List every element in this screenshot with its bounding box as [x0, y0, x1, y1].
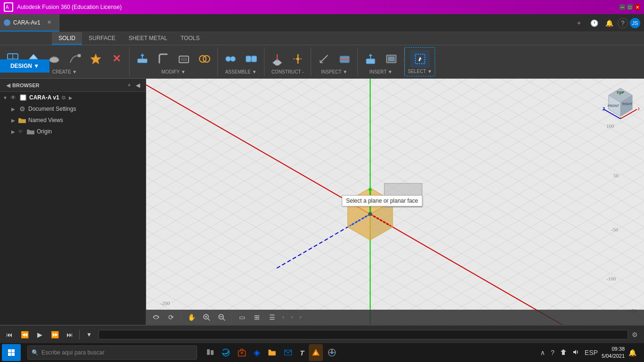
- search-bar[interactable]: 🔍 Escribe aquí para buscar: [23, 344, 202, 361]
- settings-gear-icon[interactable]: ⚙: [61, 95, 68, 101]
- ribbon-tab-surface[interactable]: SURFACE: [82, 32, 122, 45]
- insert-derive-button[interactable]: [361, 50, 380, 68]
- timeline-filter-button[interactable]: ▼: [83, 329, 95, 340]
- tab-notification-button[interactable]: 🔔: [603, 16, 616, 30]
- file-explorer-button[interactable]: [265, 344, 279, 361]
- grid-button[interactable]: ⊞: [251, 311, 263, 323]
- modify-shell-button[interactable]: [174, 50, 194, 68]
- assemble-buttons: [221, 48, 261, 69]
- timeline-play-button[interactable]: ▶: [34, 329, 45, 340]
- dropbox-button[interactable]: ◈: [251, 344, 263, 361]
- construct-plane-button[interactable]: [267, 50, 287, 68]
- doc-settings-label: Document Settings: [28, 106, 76, 112]
- user-avatar-button[interactable]: JS: [630, 18, 640, 28]
- construct-axis-button[interactable]: [288, 50, 308, 68]
- minimize-button[interactable]: ─: [619, 4, 625, 10]
- tab-close-button[interactable]: ✕: [47, 19, 51, 25]
- timeline-settings-button[interactable]: ⚙: [632, 331, 640, 338]
- tree-origin-item[interactable]: ▶ 👁 Origin: [0, 126, 146, 137]
- select-tool-button[interactable]: [410, 50, 430, 68]
- browser-title: BROWSER: [12, 82, 125, 88]
- network-icon[interactable]: [558, 349, 569, 357]
- edge-browser-button[interactable]: [219, 344, 233, 361]
- browser-add-button[interactable]: ＋: [125, 81, 133, 90]
- modify-combine-button[interactable]: [195, 50, 215, 68]
- modify-fillet-button[interactable]: [153, 50, 173, 68]
- start-button[interactable]: [2, 344, 21, 361]
- construct-group-label[interactable]: CONSTRUCT -: [272, 69, 304, 75]
- inspect-section-button[interactable]: [335, 50, 355, 68]
- display-mode-button[interactable]: ▭: [236, 311, 248, 323]
- tree-doc-settings-item[interactable]: ▶ ⚙ Document Settings: [0, 103, 146, 115]
- notification-center-icon[interactable]: 🔔: [627, 349, 638, 356]
- play-icon[interactable]: ▶: [69, 95, 75, 100]
- tabs-row: CARA-Av1 ✕ ＋ 🕐 🔔 ? JS: [0, 14, 644, 32]
- chrome-button[interactable]: [325, 344, 339, 361]
- browser-back-button[interactable]: ◀: [4, 81, 12, 90]
- taskbar: 🔍 Escribe aquí para buscar ◈ T F ∧ ? ESP: [0, 343, 644, 362]
- timeline-next-end-button[interactable]: ⏭: [64, 329, 75, 340]
- close-button[interactable]: ✕: [635, 4, 640, 10]
- tablet-button[interactable]: T: [297, 344, 307, 361]
- inspect-measure-button[interactable]: [314, 50, 334, 68]
- ribbon-group-modify: MODIFY ▼: [130, 47, 218, 76]
- new-tab-button[interactable]: ＋: [572, 16, 586, 30]
- expand-root-arrow: ▼: [3, 95, 9, 100]
- viewport-canvas[interactable]: [146, 79, 644, 325]
- search-input[interactable]: 🔍 Escribe aquí para buscar: [27, 346, 197, 360]
- assemble-rigidgroup-button[interactable]: [241, 50, 261, 68]
- inspect-group-label[interactable]: INSPECT ▼: [321, 69, 347, 75]
- timeline-track[interactable]: [99, 330, 628, 339]
- tab-help-button[interactable]: ?: [618, 18, 628, 28]
- select-group-label[interactable]: SELECT ▼: [408, 69, 432, 75]
- orbit-button[interactable]: [150, 311, 162, 323]
- mail-button[interactable]: [281, 344, 295, 361]
- insert-canvas-button[interactable]: [381, 50, 401, 68]
- tab-clock-button[interactable]: 🕐: [587, 16, 601, 30]
- view-options-button[interactable]: ☰: [266, 311, 278, 323]
- timeline-prev-start-button[interactable]: ⏮: [4, 329, 15, 340]
- svg-point-17: [226, 57, 231, 61]
- show-hidden-icons-button[interactable]: ∧: [538, 349, 547, 356]
- ribbon-tab-tools[interactable]: TOOLS: [174, 32, 206, 45]
- create-form-button[interactable]: [86, 50, 106, 68]
- document-tab[interactable]: CARA-Av1 ✕: [0, 14, 59, 32]
- help-sys-icon[interactable]: ?: [549, 349, 556, 356]
- tree-named-views-item[interactable]: ▶ Named Views: [0, 115, 146, 126]
- timeline-prev-frame-button[interactable]: ⏪: [19, 329, 30, 340]
- pan-button[interactable]: ✋: [185, 311, 198, 323]
- viewport[interactable]: Select a plane or planar face TOP RIGHT …: [146, 79, 644, 325]
- maximize-button[interactable]: □: [627, 4, 633, 10]
- zoom-fit-button[interactable]: [215, 311, 228, 323]
- ribbon-content: ✕ CREATE ▼: [0, 45, 644, 78]
- visibility-icon[interactable]: 👁: [10, 94, 18, 101]
- store-button[interactable]: [235, 344, 249, 361]
- task-view-button[interactable]: [204, 344, 217, 361]
- viewcube[interactable]: TOP RIGHT FRONT X Y Z: [602, 83, 639, 121]
- browser-collapse-button[interactable]: ◀: [133, 81, 142, 90]
- tree-root-item[interactable]: ▼ 👁 CARA-A v1 ⚙ ▶: [0, 92, 146, 103]
- history-button[interactable]: ⟳: [165, 311, 177, 323]
- create-sweep-button[interactable]: [65, 50, 85, 68]
- assemble-joint-button[interactable]: [221, 50, 240, 68]
- modify-press-pull-button[interactable]: [132, 50, 152, 68]
- ribbon-tab-sheetmetal[interactable]: SHEET METAL: [122, 32, 174, 45]
- insert-group-label[interactable]: INSERT ▼: [370, 69, 393, 75]
- modify-group-label[interactable]: MODIFY ▼: [161, 69, 185, 75]
- section-icon: [337, 51, 352, 66]
- origin-visibility-icon[interactable]: 👁: [18, 129, 25, 134]
- svg-marker-6: [29, 54, 38, 59]
- design-button[interactable]: DESIGN ▼: [0, 59, 50, 73]
- ribbon-group-inspect: INSPECT ▼: [311, 47, 358, 76]
- timeline-next-frame-button[interactable]: ⏩: [49, 329, 60, 340]
- volume-icon[interactable]: [570, 349, 581, 357]
- zoom-in-button[interactable]: [200, 311, 213, 323]
- time-display[interactable]: 09:38 5/04/2021: [602, 346, 625, 360]
- assemble-group-label[interactable]: ASSEMBLE ▼: [225, 69, 257, 75]
- fusion360-button[interactable]: F: [309, 344, 323, 361]
- language-indicator[interactable]: ESP: [583, 349, 600, 356]
- ribbon-tab-solid[interactable]: SOLID: [52, 32, 82, 45]
- select-buttons: [410, 49, 430, 69]
- create-group-label[interactable]: CREATE ▼: [52, 69, 77, 75]
- create-delete-button[interactable]: ✕: [107, 50, 126, 68]
